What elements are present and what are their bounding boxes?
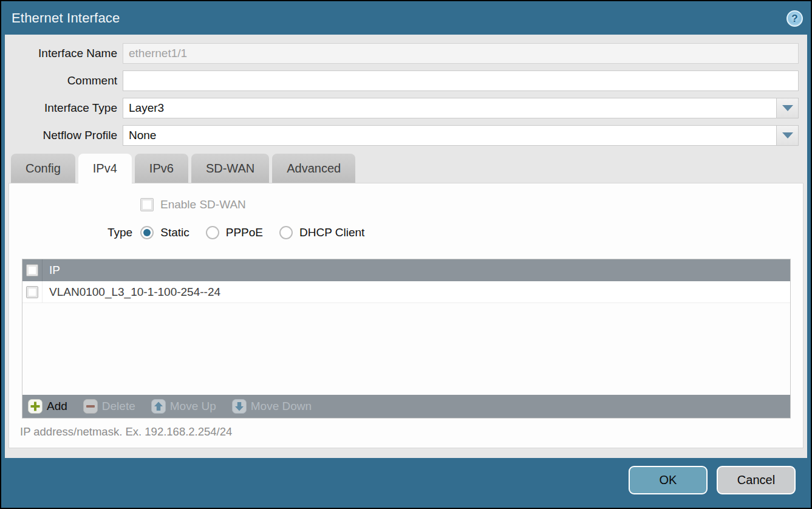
select-all-checkbox[interactable] bbox=[26, 264, 38, 276]
enable-sdwan-row: Enable SD-WAN bbox=[140, 198, 246, 211]
interface-name-label: Interface Name bbox=[5, 47, 123, 60]
form-row-interface-name: Interface Name bbox=[5, 43, 807, 64]
ip-table-header: IP bbox=[22, 259, 790, 281]
comment-field[interactable] bbox=[123, 70, 799, 91]
enable-sdwan-checkbox bbox=[140, 198, 154, 211]
form-row-comment: Comment bbox=[5, 70, 807, 91]
tab-ipv4[interactable]: IPv4 bbox=[78, 154, 132, 184]
tab-config[interactable]: Config bbox=[11, 154, 75, 183]
dialog-title: Ethernet Interface bbox=[12, 10, 120, 26]
ip-address-table: IP VLAN0100_L3_10-1-100-254--24 bbox=[22, 259, 791, 418]
add-button-label: Add bbox=[47, 400, 67, 413]
radio-static[interactable]: Static bbox=[140, 226, 189, 239]
tab-sdwan[interactable]: SD-WAN bbox=[191, 154, 269, 183]
radio-dhcp-client-label: DHCP Client bbox=[299, 226, 364, 239]
interface-type-dropdown-button[interactable] bbox=[777, 98, 799, 118]
table-row[interactable]: VLAN0100_L3_10-1-100-254--24 bbox=[22, 281, 790, 303]
radio-pppoe-label: PPPoE bbox=[226, 226, 263, 239]
interface-form: Interface Name Comment Interface Type bbox=[5, 35, 807, 146]
radio-dhcp-client[interactable]: DHCP Client bbox=[279, 226, 364, 239]
form-row-interface-type: Interface Type bbox=[5, 98, 807, 118]
ipv4-tab-panel: Enable SD-WAN Type Static PPPoE DHCP Cli… bbox=[9, 183, 803, 448]
row-checkbox[interactable] bbox=[26, 286, 38, 298]
interface-name-field bbox=[123, 43, 799, 64]
delete-button[interactable]: Delete bbox=[83, 399, 135, 414]
ip-format-hint: IP address/netmask. Ex. 192.168.2.254/24 bbox=[20, 425, 232, 439]
tab-advanced[interactable]: Advanced bbox=[272, 154, 355, 183]
arrow-up-icon bbox=[151, 399, 166, 414]
radio-static-control[interactable] bbox=[140, 226, 154, 239]
radio-pppoe[interactable]: PPPoE bbox=[206, 226, 263, 239]
type-radio-row: Type Static PPPoE DHCP Client bbox=[107, 224, 381, 242]
arrow-down-icon bbox=[232, 399, 247, 414]
dialog-body: Interface Name Comment Interface Type bbox=[5, 35, 807, 458]
comment-label: Comment bbox=[5, 74, 123, 87]
radio-static-label: Static bbox=[160, 226, 189, 239]
tab-ipv6[interactable]: IPv6 bbox=[135, 154, 188, 183]
move-down-button[interactable]: Move Down bbox=[232, 399, 312, 414]
chevron-down-icon bbox=[782, 105, 793, 111]
move-down-button-label: Move Down bbox=[251, 400, 312, 413]
ethernet-interface-dialog: Ethernet Interface ? Interface Name Comm… bbox=[1, 1, 811, 508]
table-toolbar: Add Delete Move Up bbox=[22, 395, 790, 418]
plus-icon bbox=[28, 399, 43, 414]
move-up-button[interactable]: Move Up bbox=[151, 399, 216, 414]
form-row-netflow-profile: Netflow Profile bbox=[5, 125, 807, 146]
enable-sdwan-label: Enable SD-WAN bbox=[160, 198, 246, 211]
tab-strip: Config IPv4 IPv6 SD-WAN Advanced bbox=[11, 154, 355, 183]
interface-type-field[interactable] bbox=[123, 98, 777, 118]
add-button[interactable]: Add bbox=[28, 399, 67, 414]
ip-column-header: IP bbox=[43, 264, 60, 277]
cancel-button[interactable]: Cancel bbox=[717, 466, 796, 494]
help-icon[interactable]: ? bbox=[786, 10, 803, 27]
netflow-profile-dropdown-button[interactable] bbox=[777, 125, 799, 146]
delete-button-label: Delete bbox=[102, 400, 135, 413]
table-empty-area bbox=[22, 303, 790, 395]
move-up-button-label: Move Up bbox=[170, 400, 216, 413]
ok-button[interactable]: OK bbox=[629, 466, 708, 494]
dialog-titlebar: Ethernet Interface ? bbox=[1, 1, 811, 35]
help-glyph: ? bbox=[791, 13, 797, 25]
radio-pppoe-control[interactable] bbox=[206, 226, 219, 239]
ip-row-value[interactable]: VLAN0100_L3_10-1-100-254--24 bbox=[43, 285, 220, 299]
netflow-profile-field[interactable] bbox=[123, 125, 777, 146]
interface-type-label: Interface Type bbox=[5, 101, 123, 115]
type-label: Type bbox=[107, 226, 132, 239]
chevron-down-icon bbox=[782, 132, 793, 138]
minus-icon bbox=[83, 399, 98, 414]
netflow-profile-label: Netflow Profile bbox=[5, 129, 123, 142]
radio-dhcp-client-control[interactable] bbox=[279, 226, 293, 239]
